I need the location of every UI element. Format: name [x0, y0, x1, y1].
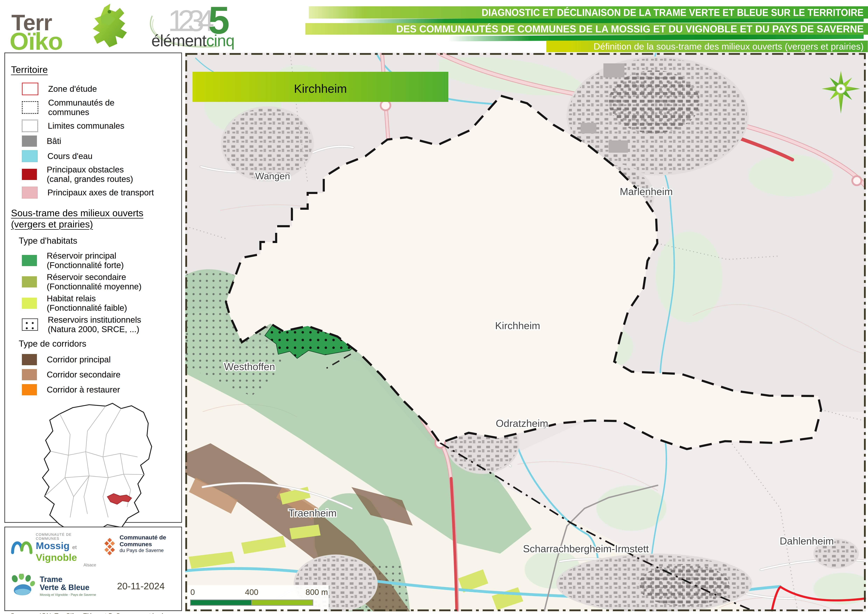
element-cinq-wordmark: élémentcinq: [151, 31, 234, 50]
legend-item-cours-eau: Cours d'eau: [22, 150, 176, 162]
legend-item-corridor-secondaire: Corridor secondaire: [22, 369, 176, 380]
tvb-subtitle: Mossig et Vignoble - Pays de Saverne: [40, 593, 96, 597]
legend-item-corridor-principal: Corridor principal: [22, 354, 176, 365]
title-banner-3: Définition de la sous-trame des milieux …: [546, 40, 868, 52]
reservoir-principal-swatch: [22, 255, 37, 266]
map-title-text: Kirchheim: [294, 82, 347, 95]
pays-de-saverne-logo: Communauté de Communes du Pays de Savern…: [103, 534, 177, 560]
map-layout-page: { "header": { "terroiko": {"line1": "Ter…: [0, 0, 868, 614]
legend-item-axes: Principaux axes de transport: [22, 187, 176, 199]
label-wangen: Wangen: [255, 171, 290, 181]
inset-locator-map: [31, 400, 157, 535]
banner-ribbon-sliver: [448, 34, 863, 42]
trame-verte-bleue-logo: Trame Verte & Bleue Mossig et Vignoble -…: [10, 574, 96, 598]
label-traenheim: Traenheim: [288, 507, 336, 519]
bati-swatch: [22, 135, 37, 147]
saverne-diamonds-icon: [103, 534, 117, 560]
terroiko-text-2: Oïko: [9, 27, 63, 56]
legend-item-bati: Bâti: [22, 135, 176, 147]
frog-icon: [83, 3, 143, 50]
corridor-restaurer-swatch: [22, 384, 37, 395]
mossig-small-text: COMMUNAUTÉ DE COMMUNES: [36, 533, 96, 541]
legend-item-habitat-relais: Habitat relais(Fonctionnalité faible): [22, 294, 176, 313]
legend-item-obstacles: Principaux obstacles(canal, grandes rout…: [22, 165, 176, 184]
label-scharrachbergheim: Scharrachbergheim-Irmstett: [523, 543, 649, 554]
scale-0: 0: [191, 588, 195, 597]
saverne-name-line1: Communauté de Communes: [119, 534, 177, 548]
title-banner-2: DES COMMUNAUTÉS DE COMMUNES DE LA MOSSIG…: [305, 23, 868, 35]
limites-swatch: [22, 120, 38, 132]
footer-panel: COMMUNAUTÉ DE COMMUNES Mossig et Vignobl…: [5, 527, 182, 611]
inset-territory-outline: [42, 403, 152, 532]
label-kirchheim: Kirchheim: [495, 320, 540, 331]
legend-item-reservoir-principal: Réservoir principal(Fonctionnalité forte…: [22, 251, 176, 270]
reservoir-secondaire-swatch: [22, 276, 37, 288]
sources-text: Sources : IGN, TerrOïko, Elément 5, Comm…: [10, 612, 177, 614]
map-canvas: Wangen Marlenheim Kirchheim Westhoffen O…: [185, 53, 866, 611]
tvb-paw-icon: [10, 574, 37, 598]
legend-sous-trame-title: Sous-trame des milieux ouverts (vergers …: [11, 207, 144, 230]
legend-item-corridor-restaurer: Corridor à restaurer: [22, 384, 176, 395]
main-map: Wangen Marlenheim Kirchheim Westhoffen O…: [185, 53, 866, 611]
corridor-secondaire-swatch: [22, 369, 37, 380]
scale-800: 800 m: [305, 588, 328, 597]
tvb-text-line2: Verte & Bleue: [40, 583, 96, 591]
legend-item-limites: Limites communales: [22, 120, 176, 132]
corridor-principal-swatch: [22, 354, 37, 365]
legend-panel: Territoire Zone d'étude Communautés de c…: [5, 53, 182, 523]
label-marlenheim: Marlenheim: [620, 186, 673, 197]
title-banner-1: DIAGNOSTIC ET DÉCLINAISON DE LA TRAME VE…: [309, 6, 868, 19]
obstacles-swatch: [22, 169, 37, 180]
legend-item-zone-etude: Zone d'étude: [22, 82, 176, 95]
scale-400: 400: [245, 588, 259, 597]
label-odratzheim: Odratzheim: [496, 418, 548, 429]
zone-etude-swatch: [22, 82, 38, 95]
legend-item-communautes: Communautés de communes: [22, 98, 176, 117]
mossig-name: Mossig et Vignoble: [36, 541, 96, 563]
legend-item-reservoir-secondaire: Réservoir secondaire(Fonctionnalité moye…: [22, 272, 176, 291]
legend-habitats-heading: Type d'habitats: [19, 236, 176, 246]
legend-corridors-heading: Type de corridors: [19, 339, 176, 349]
label-westhoffen: Westhoffen: [224, 361, 275, 372]
label-dahlenheim: Dahlenheim: [780, 535, 834, 547]
legend-item-reservoirs-institutionnels: Reservoirs institutionnels(Natura 2000, …: [22, 315, 176, 334]
mossig-m-icon: [10, 533, 33, 559]
habitat-relais-swatch: [22, 298, 37, 309]
element-cinq-logo: 1234 5 élémentcinq: [150, 5, 256, 51]
map-title-box: Kirchheim: [192, 72, 448, 102]
legend-territoire-title: Territoire: [11, 64, 176, 75]
map-date: 20-11-2024: [117, 581, 165, 591]
mossig-region: Alsace: [36, 563, 96, 567]
scale-bar: 0 400 800 m: [187, 585, 329, 610]
communautes-swatch: [22, 101, 38, 114]
reservoirs-institutionnels-swatch: [22, 319, 38, 331]
axes-transport-swatch: [22, 187, 38, 199]
mossig-vignoble-logo: COMMUNAUTÉ DE COMMUNES Mossig et Vignobl…: [10, 533, 96, 567]
tvb-text-line1: Trame: [40, 575, 96, 583]
cours-eau-swatch: [22, 150, 38, 162]
terroiko-logo: Terr Oïko: [9, 3, 143, 50]
saverne-name-line2: du Pays de Saverne: [119, 548, 177, 553]
